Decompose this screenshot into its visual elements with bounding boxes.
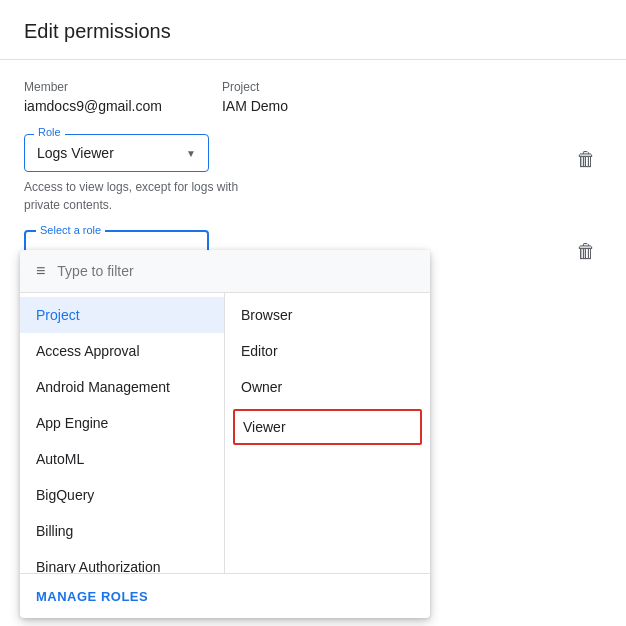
page-title: Edit permissions [24,20,602,43]
role-dropdown[interactable]: Logs Viewer ▼ [24,134,209,172]
member-field: Member iamdocs9@gmail.com [24,80,162,114]
role-item-browser[interactable]: Browser [225,297,430,333]
member-label: Member [24,80,162,94]
category-item-access-approval[interactable]: Access Approval [20,333,224,369]
filter-icon: ≡ [36,262,45,280]
project-field: Project IAM Demo [222,80,288,114]
manage-roles-button[interactable]: MANAGE ROLES [36,589,148,604]
delete-role-button-1[interactable]: 🗑 [576,148,596,171]
filter-input[interactable] [57,263,414,279]
role-label: Role [34,126,65,138]
role-dropdown-value: Logs Viewer [37,145,114,161]
category-item-binary-authorization[interactable]: Binary Authorization [20,549,224,573]
filter-row: ≡ [20,250,430,293]
project-value: IAM Demo [222,98,288,114]
category-item-project[interactable]: Project [20,297,224,333]
category-item-app-engine[interactable]: App Engine [20,405,224,441]
role-description: Access to view logs, except for logs wit… [24,178,244,214]
page-header: Edit permissions [0,0,626,60]
dropdown-arrow-icon: ▼ [186,148,196,159]
role-dropdown-panel: ≡ Project Access Approval Android Manage… [20,250,430,618]
delete-role-button-2[interactable]: 🗑 [576,240,596,263]
category-list: Project Access Approval Android Manageme… [20,293,225,573]
category-item-android-management[interactable]: Android Management [20,369,224,405]
role-dropdown-container: Role Logs Viewer ▼ [24,134,209,172]
role-item-owner[interactable]: Owner [225,369,430,405]
member-value: iamdocs9@gmail.com [24,98,162,114]
select-role-label: Select a role [36,224,105,236]
role-item-viewer[interactable]: Viewer [233,409,422,445]
role-list: Browser Editor Owner Viewer [225,293,430,573]
category-item-automl[interactable]: AutoML [20,441,224,477]
member-project-row: Member iamdocs9@gmail.com Project IAM De… [24,80,602,114]
category-item-billing[interactable]: Billing [20,513,224,549]
edit-permissions-page: Edit permissions Member iamdocs9@gmail.c… [0,0,626,626]
role-item-editor[interactable]: Editor [225,333,430,369]
dropdown-columns: Project Access Approval Android Manageme… [20,293,430,573]
manage-roles-footer: MANAGE ROLES [20,573,430,618]
category-item-bigquery[interactable]: BigQuery [20,477,224,513]
project-label: Project [222,80,288,94]
role-section: Role Logs Viewer ▼ Access to view logs, … [24,134,602,214]
